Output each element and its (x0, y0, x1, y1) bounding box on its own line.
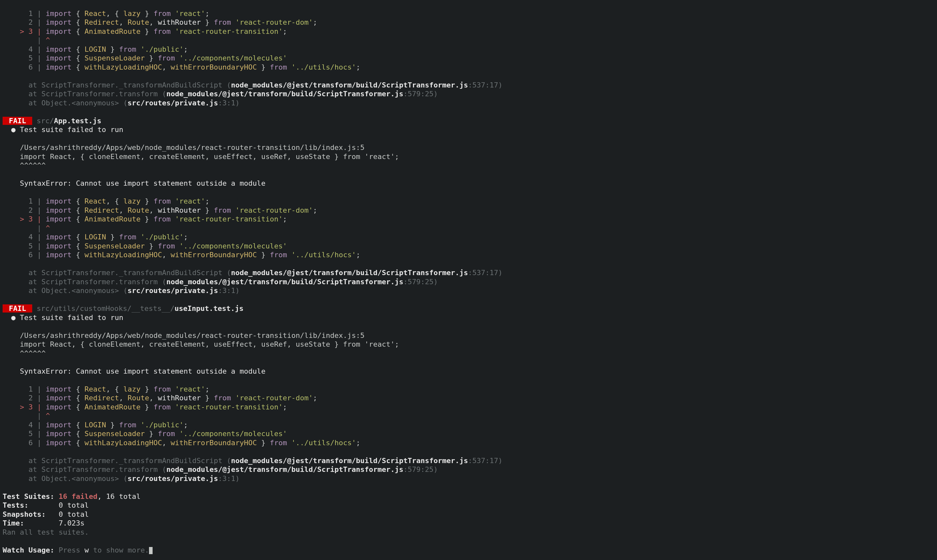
fail-badge: FAIL (3, 117, 32, 125)
fail-badge: FAIL (3, 305, 32, 312)
terminal-cursor (149, 547, 153, 554)
terminal-output[interactable]: 1 | import { React, { lazy } from 'react… (0, 9, 937, 555)
watch-usage-label: Watch Usage: (3, 546, 54, 554)
